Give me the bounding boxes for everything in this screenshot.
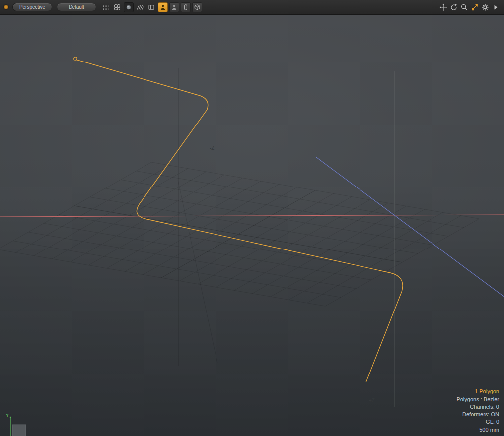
sphere-icon-button[interactable] [124,2,134,12]
x-axis-line [0,215,504,217]
hatch-icon-button[interactable] [135,2,145,12]
viewport-toolbar: Perspective Default [0,0,504,15]
rotate-icon [450,3,458,11]
neg-z-label: -Z [210,145,214,151]
cube-icon-button[interactable] [192,2,202,12]
four-circles-icon [114,4,121,11]
person-icon-button[interactable] [169,2,179,12]
modo-3d-viewport-window: Perspective Default [0,0,504,436]
person-active-icon [159,4,166,11]
shading-mode-button[interactable]: Default [57,3,96,11]
dot-grid-icon-button[interactable] [101,2,111,12]
viewport-status-info: 1 Polygon Polygons : Bezier Channels: 0 … [456,388,499,434]
status-polygon-type: Polygons : Bezier [456,396,499,403]
status-gl: GL: 0 [456,418,499,426]
expand-arrow-icon-button[interactable] [491,2,500,12]
person-active-icon-button[interactable] [158,2,168,12]
cube-icon [194,4,201,11]
viewport-3d[interactable]: -Z +Z Y X Z 1 Polygon Polygons : Bezier … [0,15,504,436]
ground-grid [0,162,479,306]
hatch-icon [137,4,144,11]
rotate-icon-button[interactable] [449,2,458,12]
gizmo-y-label: Y [6,413,9,418]
viewport-nav-controls [437,2,500,12]
grid-diagonal-line [178,180,217,363]
zoom-icon-button[interactable] [459,2,469,12]
work-plane-cube [12,425,26,436]
person-icon [171,4,178,11]
viewport-thumb-icon[interactable] [4,5,8,9]
z-axis-line [316,157,504,297]
axis-gizmo: Y X Z [1,413,27,436]
dot-grid-icon [102,4,109,11]
pos-z-label: +Z [369,398,375,403]
status-deformers: Deformers: ON [456,411,499,418]
four-circles-icon-button[interactable] [112,2,122,12]
sphere-icon [125,4,132,11]
move-icon [439,3,447,11]
gear-icon-button[interactable] [480,2,490,12]
view-type-button[interactable]: Perspective [12,3,52,11]
window-icon-button[interactable] [146,2,156,12]
gizmo-y-arrow [9,416,11,418]
status-grid-size: 500 mm [456,426,499,434]
capsule-icon [182,4,189,11]
gear-icon [481,3,489,11]
capsule-icon-button[interactable] [181,2,191,12]
expand-arrow-icon [493,3,499,11]
fit-icon [471,3,479,11]
bezier-curve[interactable] [76,60,403,382]
status-channels: Channels: 0 [456,403,499,411]
window-icon [148,4,155,11]
curve-start-point[interactable] [74,57,77,60]
scene-canvas: -Z +Z Y X Z [0,15,504,436]
zoom-icon [460,3,468,11]
status-polygon-count: 1 Polygon [456,388,499,395]
move-icon-button[interactable] [438,2,448,12]
fit-icon-button[interactable] [470,2,479,12]
